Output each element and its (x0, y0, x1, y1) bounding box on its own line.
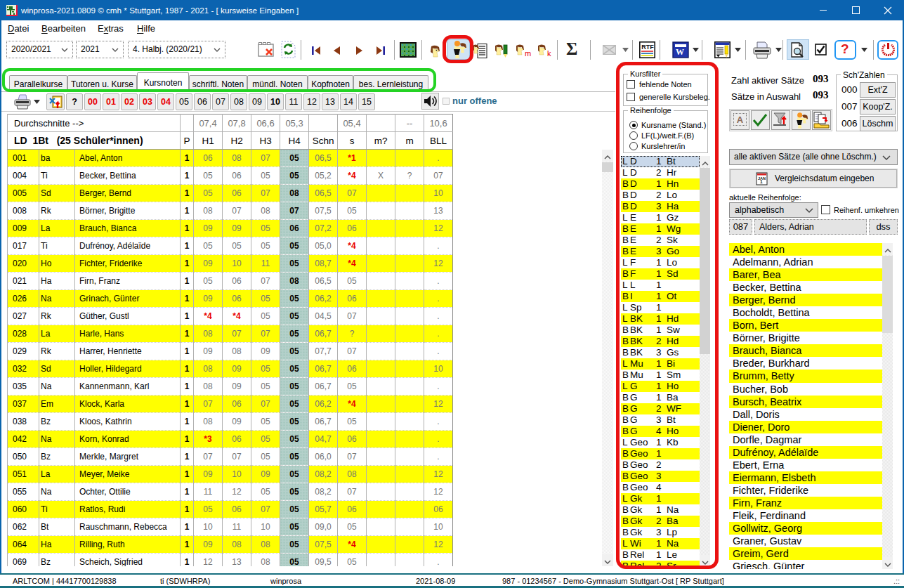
svg-text:1: 1 (760, 179, 763, 184)
svg-text:m: m (525, 49, 531, 58)
svg-text:k: k (547, 49, 551, 58)
svg-text:RTF: RTF (641, 44, 654, 51)
svg-text:W: W (676, 47, 684, 57)
